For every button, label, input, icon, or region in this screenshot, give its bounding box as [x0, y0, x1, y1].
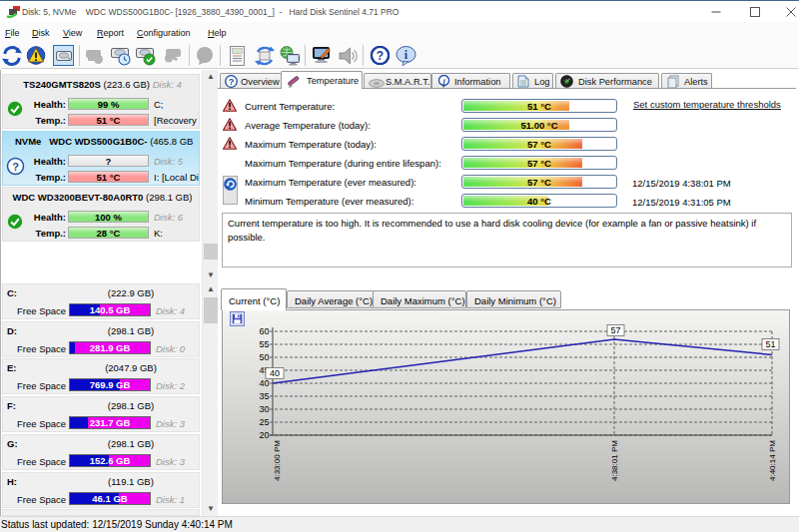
svg-text:20: 20 [259, 430, 269, 440]
svg-text:57: 57 [610, 325, 620, 335]
svg-text:60: 60 [259, 326, 269, 336]
svg-text:55: 55 [259, 339, 269, 349]
svg-text:4:33:00 PM: 4:33:00 PM [273, 440, 282, 481]
svg-text:?: ? [377, 49, 384, 63]
svg-text:4:40:14 PM: 4:40:14 PM [768, 440, 777, 481]
svg-text:40: 40 [259, 378, 269, 388]
svg-text:51: 51 [765, 339, 775, 349]
svg-text:?: ? [229, 77, 235, 87]
svg-text:25: 25 [259, 417, 269, 427]
svg-text:4:38:01 PM: 4:38:01 PM [610, 440, 619, 481]
svg-text:35: 35 [259, 391, 269, 401]
svg-text:50: 50 [259, 352, 269, 362]
svg-text:40: 40 [270, 368, 280, 378]
svg-text:30: 30 [259, 404, 269, 414]
